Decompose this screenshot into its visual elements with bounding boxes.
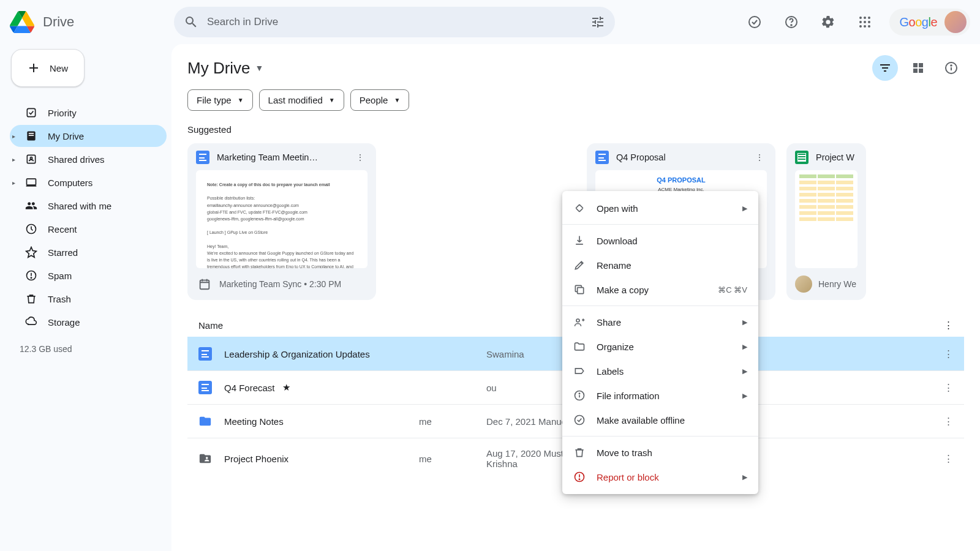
card-menu-button[interactable]: ⋮ (353, 152, 368, 162)
chip-file-type[interactable]: File type▼ (187, 89, 253, 111)
search-options-icon[interactable] (590, 15, 605, 29)
sidebar-item-label: Storage (48, 317, 80, 328)
svg-point-3 (859, 17, 862, 19)
shared-drives-icon (24, 152, 38, 166)
row-menu-button[interactable]: ⋮ (834, 382, 953, 393)
sidebar-item-trash[interactable]: Trash (10, 288, 167, 310)
rename-icon (573, 259, 586, 271)
svg-rect-12 (27, 108, 35, 116)
sidebar-item-starred[interactable]: Starred (10, 241, 167, 263)
sidebar-item-shared-drives[interactable]: ▸ Shared drives (10, 148, 167, 170)
svg-point-2 (791, 24, 793, 26)
suggested-card[interactable]: Marketing Team Meetin… ⋮ Note: Create a … (187, 143, 376, 300)
folder-shared-icon (198, 452, 212, 465)
expand-icon[interactable]: ▸ (12, 156, 15, 163)
svg-rect-18 (27, 179, 36, 185)
menu-download[interactable]: Download (562, 228, 758, 253)
menu-rename[interactable]: Rename (562, 253, 758, 277)
sidebar-item-computers[interactable]: ▸ Computers (10, 171, 167, 193)
shared-with-me-icon (24, 199, 38, 212)
expand-icon[interactable]: ▸ (12, 133, 15, 140)
svg-point-9 (859, 25, 862, 28)
menu-trash[interactable]: Move to trash (562, 440, 758, 465)
trash-icon (24, 292, 38, 305)
sidebar-item-shared-with-me[interactable]: Shared with me (10, 195, 167, 217)
grid-view-button[interactable] (905, 55, 931, 81)
menu-make-copy[interactable]: Make a copy ⌘C ⌘V (562, 277, 758, 302)
new-button-label: New (50, 63, 68, 73)
sidebar-item-priority[interactable]: Priority (10, 102, 167, 124)
open-with-icon (573, 202, 586, 214)
folder-icon (198, 414, 212, 428)
chip-people[interactable]: People▼ (350, 89, 410, 111)
sidebar: New Priority ▸ My Drive ▸ Shared drives … (0, 44, 172, 551)
submenu-arrow-icon: ▶ (742, 204, 747, 212)
app-name: Drive (43, 14, 74, 30)
filter-button[interactable] (872, 55, 898, 81)
file-owner: me (419, 416, 486, 427)
sidebar-item-label: Recent (48, 224, 77, 234)
offline-status-icon[interactable] (742, 10, 767, 34)
offline-icon (573, 414, 586, 426)
storage-used-label: 12.3 GB used (10, 334, 167, 359)
user-avatar[interactable] (944, 11, 967, 33)
svg-point-21 (31, 277, 31, 278)
column-name[interactable]: Name (198, 320, 419, 331)
sidebar-item-storage[interactable]: Storage (10, 311, 167, 333)
sidebar-item-label: Computers (48, 178, 92, 188)
menu-file-info[interactable]: File information ▶ (562, 383, 758, 408)
chevron-down-icon: ▼ (238, 97, 244, 103)
help-icon[interactable] (779, 10, 804, 34)
sidebar-item-spam[interactable]: Spam (10, 264, 167, 287)
info-button[interactable] (938, 55, 964, 81)
breadcrumb[interactable]: My Drive ▼ (187, 59, 263, 78)
apps-icon[interactable] (853, 10, 877, 34)
menu-labels[interactable]: Labels ▶ (562, 359, 758, 383)
account-switcher[interactable]: Google (889, 9, 970, 36)
share-icon (573, 316, 586, 328)
table-header-menu[interactable]: ⋮ (834, 320, 953, 331)
file-name: Meeting Notes (224, 416, 284, 427)
menu-divider (562, 305, 758, 306)
sidebar-item-recent[interactable]: Recent (10, 218, 167, 240)
menu-divider (562, 436, 758, 437)
menu-open-with[interactable]: Open with ▶ (562, 196, 758, 220)
file-owner: me (419, 454, 486, 464)
header-actions: Google (742, 9, 970, 36)
suggested-card[interactable]: Project W Henry We (786, 143, 866, 300)
main-content: My Drive ▼ File type▼ Last modified▼ Peo… (172, 44, 980, 551)
svg-point-17 (30, 157, 32, 159)
sidebar-item-my-drive[interactable]: ▸ My Drive (10, 125, 167, 147)
svg-point-32 (579, 393, 579, 394)
new-button[interactable]: New (11, 49, 85, 87)
search-bar[interactable] (174, 7, 615, 37)
context-menu: Open with ▶ Download Rename Make a copy … (562, 191, 758, 494)
card-footer: Marketing Team Sync • 2:30 PM (219, 279, 341, 289)
breadcrumb-label: My Drive (187, 59, 251, 78)
menu-organize[interactable]: Organize ▶ (562, 334, 758, 359)
expand-icon[interactable]: ▸ (12, 179, 15, 186)
menu-offline[interactable]: Make available offline (562, 408, 758, 432)
menu-divider (562, 224, 758, 225)
search-input[interactable] (207, 16, 582, 28)
chevron-down-icon: ▼ (394, 97, 400, 103)
card-footer: Henry We (818, 279, 856, 289)
svg-point-8 (868, 21, 870, 23)
logo-area[interactable]: Drive (10, 10, 169, 34)
copy-icon (573, 283, 586, 296)
star-icon: ★ (282, 382, 290, 393)
my-drive-icon (24, 129, 38, 143)
row-menu-button[interactable]: ⋮ (834, 453, 953, 464)
svg-point-11 (868, 25, 870, 28)
submenu-arrow-icon: ▶ (742, 367, 747, 375)
row-menu-button[interactable]: ⋮ (834, 416, 953, 427)
row-menu-button[interactable]: ⋮ (834, 348, 953, 359)
chevron-down-icon: ▼ (329, 97, 335, 103)
card-menu-button[interactable]: ⋮ (752, 152, 767, 162)
chip-last-modified[interactable]: Last modified▼ (259, 89, 344, 111)
sidebar-item-label: Spam (48, 271, 72, 281)
settings-icon[interactable] (816, 10, 840, 34)
menu-report[interactable]: Report or block ▶ (562, 465, 758, 489)
svg-rect-23 (919, 63, 923, 67)
menu-share[interactable]: Share ▶ (562, 310, 758, 334)
